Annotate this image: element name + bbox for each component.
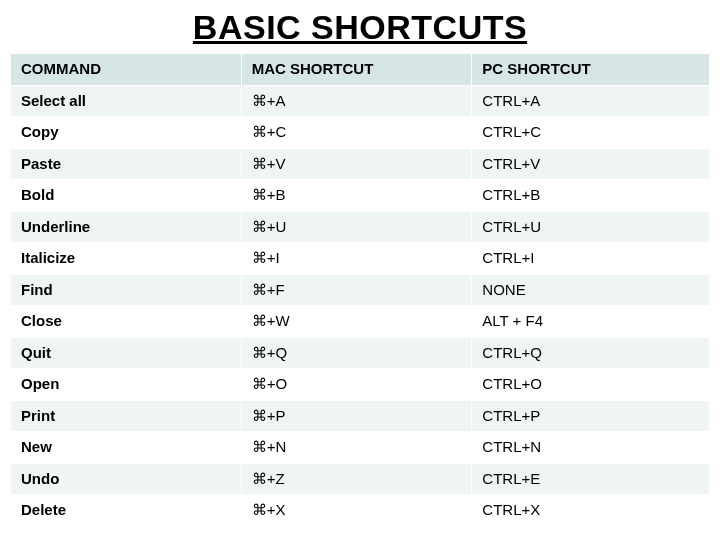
table-row: New⌘+NCTRL+N [11, 432, 710, 464]
cell-command: Italicize [11, 243, 242, 275]
cell-command: Quit [11, 337, 242, 369]
cell-mac: ⌘+X [241, 495, 472, 527]
cell-command: Find [11, 274, 242, 306]
table-row: Paste⌘+VCTRL+V [11, 148, 710, 180]
cell-command: Paste [11, 148, 242, 180]
cell-pc: ALT + F4 [472, 306, 710, 338]
cell-command: Bold [11, 180, 242, 212]
cell-mac: ⌘+C [241, 117, 472, 149]
cell-mac: ⌘+O [241, 369, 472, 401]
cell-mac: ⌘+Q [241, 337, 472, 369]
cell-mac: ⌘+B [241, 180, 472, 212]
cell-pc: CTRL+P [472, 400, 710, 432]
cell-mac: ⌘+I [241, 243, 472, 275]
cell-pc: CTRL+N [472, 432, 710, 464]
cell-command: Undo [11, 463, 242, 495]
table-row: Underline⌘+UCTRL+U [11, 211, 710, 243]
cell-pc: CTRL+Q [472, 337, 710, 369]
cell-pc: CTRL+X [472, 495, 710, 527]
cell-command: Open [11, 369, 242, 401]
cell-mac: ⌘+N [241, 432, 472, 464]
table-row: Copy⌘+CCTRL+C [11, 117, 710, 149]
cell-pc: NONE [472, 274, 710, 306]
cell-mac: ⌘+V [241, 148, 472, 180]
cell-command: Copy [11, 117, 242, 149]
table-row: Print⌘+PCTRL+P [11, 400, 710, 432]
cell-pc: CTRL+E [472, 463, 710, 495]
cell-mac: ⌘+P [241, 400, 472, 432]
cell-command: New [11, 432, 242, 464]
cell-pc: CTRL+V [472, 148, 710, 180]
table-row: Delete⌘+XCTRL+X [11, 495, 710, 527]
cell-command: Underline [11, 211, 242, 243]
shortcuts-table: COMMAND MAC SHORTCUT PC SHORTCUT Select … [10, 53, 710, 527]
header-command: COMMAND [11, 54, 242, 86]
table-row: Close⌘+WALT + F4 [11, 306, 710, 338]
header-pc: PC SHORTCUT [472, 54, 710, 86]
cell-pc: CTRL+O [472, 369, 710, 401]
cell-pc: CTRL+C [472, 117, 710, 149]
cell-command: Delete [11, 495, 242, 527]
cell-mac: ⌘+A [241, 85, 472, 117]
table-row: Quit⌘+QCTRL+Q [11, 337, 710, 369]
cell-pc: CTRL+A [472, 85, 710, 117]
cell-mac: ⌘+F [241, 274, 472, 306]
cell-pc: CTRL+B [472, 180, 710, 212]
table-row: Bold⌘+BCTRL+B [11, 180, 710, 212]
cell-pc: CTRL+U [472, 211, 710, 243]
table-row: Italicize⌘+ICTRL+I [11, 243, 710, 275]
cell-pc: CTRL+I [472, 243, 710, 275]
cell-command: Print [11, 400, 242, 432]
page-title: BASIC SHORTCUTS [0, 8, 720, 47]
cell-command: Select all [11, 85, 242, 117]
cell-mac: ⌘+U [241, 211, 472, 243]
cell-command: Close [11, 306, 242, 338]
table-row: Open⌘+OCTRL+O [11, 369, 710, 401]
table-row: Select all⌘+ACTRL+A [11, 85, 710, 117]
table-row: Undo⌘+ZCTRL+E [11, 463, 710, 495]
table-header-row: COMMAND MAC SHORTCUT PC SHORTCUT [11, 54, 710, 86]
cell-mac: ⌘+W [241, 306, 472, 338]
cell-mac: ⌘+Z [241, 463, 472, 495]
table-row: Find⌘+FNONE [11, 274, 710, 306]
header-mac: MAC SHORTCUT [241, 54, 472, 86]
